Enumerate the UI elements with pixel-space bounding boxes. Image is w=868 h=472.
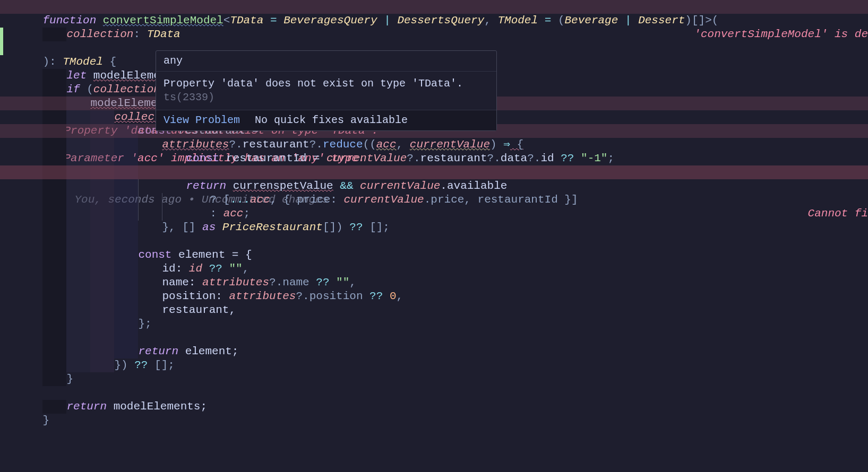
code-line[interactable]: function convertSimpleModel<TData = Beve… xyxy=(0,0,868,14)
code-line[interactable]: }, [] as PriceRestaurant[]) ?? []; xyxy=(0,207,868,221)
code-line[interactable]: return element; xyxy=(0,331,868,345)
code-line[interactable]: const restaurantId = currentValue?.resta… xyxy=(0,138,868,152)
tooltip-actions: View Problem No quick fixes available xyxy=(156,110,496,130)
code-line[interactable] xyxy=(0,221,868,234)
code-line[interactable]: ): TModel { xyxy=(0,28,868,41)
view-problem-link[interactable]: View Problem xyxy=(164,113,240,127)
code-line[interactable]: }) ?? []; xyxy=(0,345,868,359)
code-line-current[interactable]: return currenspetValue && currentValue.a… xyxy=(0,165,868,179)
code-line[interactable]: name: attributes?.name ?? "", xyxy=(0,262,868,276)
code-line[interactable]: id: id ?? "", xyxy=(0,248,868,262)
tooltip-error-message: Property 'data' does not exist on type '… xyxy=(156,72,496,110)
code-line[interactable]: return modelElements; xyxy=(0,386,868,400)
code-line[interactable]: } xyxy=(0,359,868,372)
code-line[interactable]: collection: TData xyxy=(0,14,868,28)
code-line[interactable]: const element = { xyxy=(0,234,868,248)
code-line[interactable] xyxy=(0,372,868,386)
code-line[interactable]: }; xyxy=(0,303,868,317)
code-line[interactable]: : acc; xyxy=(0,193,868,207)
code-line[interactable]: ? [...acc, { price: currentValue.price, … xyxy=(0,179,868,193)
code-line[interactable]: restaurant, xyxy=(0,290,868,303)
hover-tooltip[interactable]: any Property 'data' does not exist on ty… xyxy=(156,50,497,131)
code-line[interactable]: position: attributes?.position ?? 0, xyxy=(0,276,868,290)
code-line[interactable]: } xyxy=(0,400,868,414)
no-quick-fixes-label: No quick fixes available xyxy=(255,113,408,127)
code-editor[interactable]: function convertSimpleModel<TData = Beve… xyxy=(0,0,868,472)
code-line[interactable] xyxy=(0,152,868,165)
code-line[interactable] xyxy=(0,317,868,331)
tooltip-type-hint: any xyxy=(156,51,496,72)
